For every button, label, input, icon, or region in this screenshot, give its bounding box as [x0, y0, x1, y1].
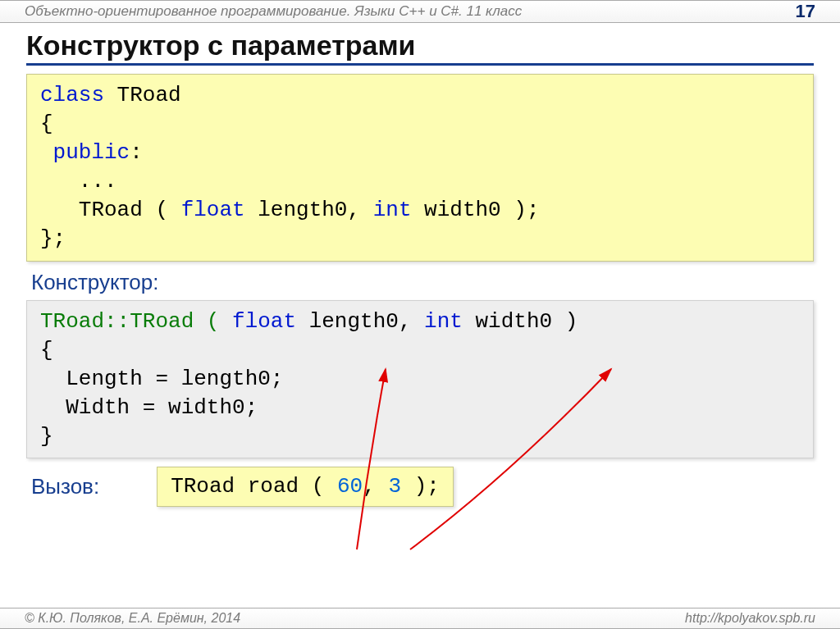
code-text: Width = width0; — [40, 395, 258, 420]
code-block-call: TRoad road ( 60, 3 ); — [157, 467, 454, 507]
literal-3: 3 — [388, 474, 401, 499]
code-text: width0 ) — [463, 309, 578, 334]
code-text: }; — [40, 226, 66, 251]
kw-int: int — [424, 309, 463, 334]
code-text: ); — [401, 474, 440, 499]
label-call: Вызов: — [31, 474, 99, 499]
footer-bar: © К.Ю. Поляков, Е.А. Ерёмин, 2014 http:/… — [0, 608, 840, 629]
code-text: ... — [40, 169, 117, 194]
title-underline — [26, 63, 814, 66]
kw-class: class — [40, 83, 104, 107]
kw-float: float — [181, 198, 245, 222]
code-text: length0, — [245, 198, 373, 222]
code-text: Length = length0; — [40, 367, 283, 391]
code-text: } — [40, 424, 53, 449]
slide-content: Конструктор с параметрами class TRoad { … — [0, 23, 840, 507]
kw-int: int — [373, 198, 412, 222]
footer-url: http://kpolyakov.spb.ru — [685, 611, 815, 626]
code-text: TRoad road ( — [171, 474, 337, 499]
code-text: { — [40, 112, 53, 136]
code-text: , — [363, 474, 388, 499]
code-text: TRoad — [104, 83, 181, 107]
course-title: Объектно-ориентированное программировани… — [25, 3, 522, 20]
literal-60: 60 — [337, 474, 363, 499]
label-constructor: Конструктор: — [31, 270, 814, 295]
code-text: { — [40, 338, 53, 362]
page-number: 17 — [796, 1, 815, 22]
footer-copyright: © К.Ю. Поляков, Е.А. Ерёмин, 2014 — [25, 611, 240, 626]
code-text: length0, — [296, 309, 424, 334]
code-text: TRoad::TRoad ( — [40, 309, 232, 334]
kw-public: public — [40, 140, 130, 165]
slide-title: Конструктор с параметрами — [26, 30, 814, 62]
call-row: Вызов: TRoad road ( 60, 3 ); — [26, 467, 814, 507]
code-text: : — [130, 140, 143, 165]
code-text: width0 ); — [412, 198, 540, 222]
code-block-constructor: TRoad::TRoad ( float length0, int width0… — [26, 300, 814, 458]
header-bar: Объектно-ориентированное программировани… — [0, 0, 840, 23]
kw-float: float — [232, 309, 296, 334]
code-block-class: class TRoad { public: ... TRoad ( float … — [26, 74, 814, 262]
code-text: TRoad ( — [40, 198, 181, 222]
